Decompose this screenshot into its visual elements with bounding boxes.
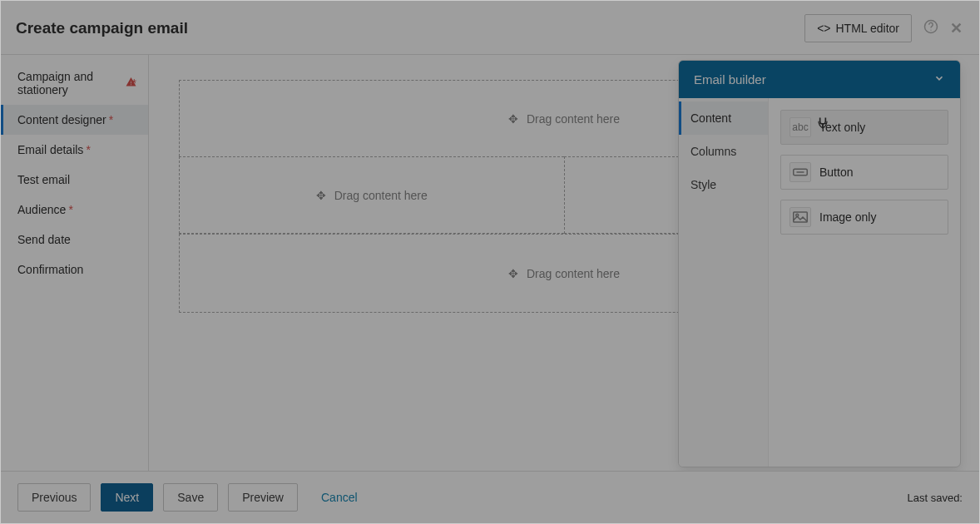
svg-point-1 xyxy=(930,29,931,30)
tab-label: Content xyxy=(690,111,731,125)
sidebar-item-label: Test email xyxy=(17,173,70,186)
sidebar-item-label: Email details xyxy=(17,143,83,156)
builder-items: abc Text only Button Image only xyxy=(769,98,960,467)
wizard-sidebar: Campaign and stationery * Content design… xyxy=(1,55,149,471)
modal-body: Campaign and stationery * Content design… xyxy=(1,55,979,471)
last-saved-label: Last saved: xyxy=(908,492,963,504)
move-icon: ✥ xyxy=(508,112,518,126)
text-icon: abc xyxy=(789,117,811,137)
save-button[interactable]: Save xyxy=(163,483,218,512)
last-saved: Last saved: xyxy=(908,492,963,504)
tab-content[interactable]: Content xyxy=(679,101,768,135)
sidebar-item-content-designer[interactable]: Content designer * xyxy=(1,105,148,135)
chevron-down-icon xyxy=(933,72,945,87)
drop-zone-left[interactable]: ✥ Drag content here xyxy=(179,156,564,234)
next-button[interactable]: Next xyxy=(101,483,153,512)
required-asterisk: * xyxy=(68,203,72,216)
builder-item-text-only[interactable]: abc Text only xyxy=(780,110,948,145)
sidebar-item-email-details[interactable]: Email details * xyxy=(1,135,148,165)
email-builder-title: Email builder xyxy=(694,72,766,87)
drop-label: Drag content here xyxy=(527,112,620,126)
sidebar-item-label: Send date xyxy=(17,233,71,246)
email-builder-body: Content Columns Style abc Text only xyxy=(679,98,960,467)
sidebar-item-label: Content designer xyxy=(17,113,106,126)
sidebar-item-label: Audience xyxy=(17,203,66,216)
modal-footer: Previous Next Save Preview Cancel Last s… xyxy=(1,471,979,523)
button-icon xyxy=(789,162,811,182)
required-asterisk: * xyxy=(109,113,113,126)
tab-style[interactable]: Style xyxy=(679,168,768,201)
preview-button[interactable]: Preview xyxy=(228,483,298,512)
builder-item-label: Text only xyxy=(819,121,865,134)
tab-columns[interactable]: Columns xyxy=(679,135,768,168)
modal-header: Create campaign email <> HTML editor ✕ xyxy=(1,1,979,55)
sidebar-item-audience[interactable]: Audience * xyxy=(1,195,148,225)
tab-label: Columns xyxy=(690,145,736,158)
sidebar-item-campaign-and-stationery[interactable]: Campaign and stationery * xyxy=(1,62,148,105)
cancel-button[interactable]: Cancel xyxy=(308,484,371,511)
code-icon: <> xyxy=(817,22,830,35)
email-builder-panel: Email builder Content Columns Style xyxy=(678,60,961,467)
image-icon xyxy=(789,207,811,227)
builder-item-label: Button xyxy=(819,166,853,179)
warning-icon xyxy=(126,77,136,90)
sidebar-item-send-date[interactable]: Send date xyxy=(1,225,148,255)
html-editor-label: HTML editor xyxy=(835,22,899,35)
sidebar-item-label: Confirmation xyxy=(17,263,83,276)
move-icon: ✥ xyxy=(316,189,326,202)
footer-actions: Previous Next Save Preview Cancel xyxy=(17,483,371,512)
required-asterisk: * xyxy=(86,143,90,156)
move-icon: ✥ xyxy=(508,267,518,280)
help-icon[interactable] xyxy=(923,19,938,38)
builder-item-label: Image only xyxy=(819,210,876,224)
previous-button[interactable]: Previous xyxy=(17,483,91,512)
modal-title: Create campaign email xyxy=(16,19,188,37)
drop-label: Drag content here xyxy=(334,189,428,202)
tab-label: Style xyxy=(690,178,716,191)
drop-label: Drag content here xyxy=(527,267,620,280)
builder-tabs: Content Columns Style xyxy=(679,98,769,467)
builder-item-image-only[interactable]: Image only xyxy=(780,200,948,235)
email-builder-header[interactable]: Email builder xyxy=(679,61,960,98)
svg-rect-3 xyxy=(794,212,808,222)
sidebar-item-test-email[interactable]: Test email xyxy=(1,165,148,195)
builder-item-button[interactable]: Button xyxy=(780,155,948,190)
header-actions: <> HTML editor ✕ xyxy=(804,14,963,42)
html-editor-button[interactable]: <> HTML editor xyxy=(804,14,912,42)
sidebar-item-confirmation[interactable]: Confirmation xyxy=(1,255,148,284)
close-icon[interactable]: ✕ xyxy=(950,19,963,37)
modal-create-campaign-email: Create campaign email <> HTML editor ✕ C… xyxy=(0,0,980,524)
sidebar-item-label: Campaign and stationery xyxy=(17,70,130,96)
